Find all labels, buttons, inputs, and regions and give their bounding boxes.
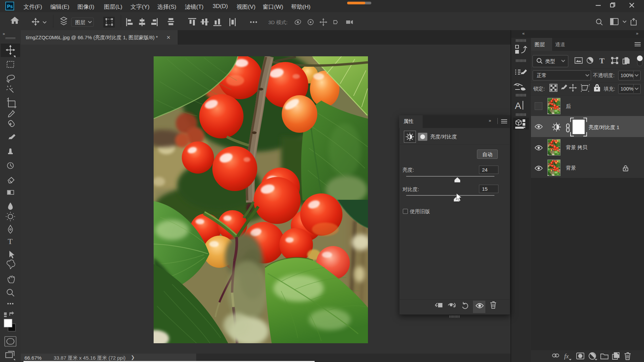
svg-text:fx: fx: [564, 353, 569, 360]
svg-text:图层: 图层: [75, 19, 85, 25]
svg-text:Ps: Ps: [7, 4, 13, 9]
svg-text:T: T: [8, 237, 13, 246]
svg-text:3D 模式:: 3D 模式:: [268, 19, 288, 25]
svg-text:A: A: [515, 101, 521, 111]
svg-text:T: T: [599, 57, 604, 65]
svg-text:类型: 类型: [545, 58, 555, 64]
